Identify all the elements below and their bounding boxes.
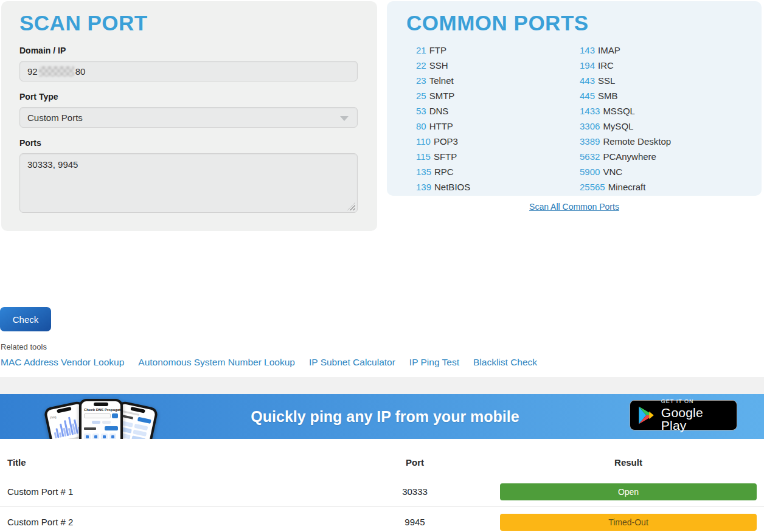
port-name: MySQL: [603, 121, 633, 131]
resize-handle-icon[interactable]: [347, 202, 355, 210]
row-title: Custom Port # 2: [7, 517, 330, 527]
port-name: RPC: [434, 167, 454, 177]
google-play-badge-text: GET IT ON Google Play: [661, 399, 729, 432]
port-name: IMAP: [598, 45, 620, 55]
chevron-down-icon: [340, 116, 349, 121]
header-title: Title: [7, 457, 330, 468]
common-port-item: 445SMB: [580, 88, 671, 103]
related-link-autonomous-system-number-lookup[interactable]: Autonomous System Number Lookup: [138, 357, 295, 368]
common-port-item: 53DNS: [416, 103, 470, 119]
port-number-link[interactable]: 21: [416, 45, 426, 55]
google-play-label: Google Play: [661, 406, 729, 432]
domain-ip-input[interactable]: 92 80: [19, 61, 358, 81]
port-name: FTP: [429, 45, 446, 55]
port-name: SSH: [429, 60, 448, 71]
header-result: Result: [500, 457, 757, 468]
common-port-item: 110POP3: [416, 134, 470, 149]
port-number-link[interactable]: 80: [416, 121, 426, 131]
related-tools-links: MAC Address Vendor Lookup Autonomous Sys…: [1, 357, 537, 368]
common-port-item: 80HTTP: [416, 119, 470, 134]
common-port-item: 25565Minecraft: [580, 179, 671, 195]
row-title: Custom Port # 1: [7, 486, 330, 497]
table-row: Custom Port # 2 9945 Timed-Out: [0, 507, 764, 532]
results-table-header: Title Port Result: [0, 447, 764, 477]
port-name: SSL: [598, 75, 615, 86]
scan-all-common-ports-link[interactable]: Scan All Common Ports: [529, 202, 619, 212]
common-port-item: 3306MySQL: [580, 119, 671, 134]
common-ports-title: COMMON PORTS: [406, 11, 742, 35]
mobile-app-banner: Ping Check DNS Propagation Quickly ping …: [0, 394, 764, 439]
scan-port-panel: SCAN PORT Domain / IP 92 80 Port Type Cu…: [1, 1, 377, 231]
mini-toggle: [82, 420, 120, 425]
port-number-link[interactable]: 22: [416, 60, 426, 71]
port-number-link[interactable]: 445: [580, 91, 595, 101]
port-type-selected-value: Custom Ports: [27, 112, 83, 123]
common-port-item: 22SSH: [416, 58, 470, 73]
related-tools-heading: Related tools: [1, 342, 47, 351]
ports-textarea[interactable]: 30333, 9945: [19, 153, 358, 213]
mini-input-row: [82, 412, 120, 420]
table-row: Custom Port # 1 30333 Open: [0, 477, 764, 507]
port-number-link[interactable]: 3306: [580, 121, 600, 131]
port-number-link[interactable]: 1433: [580, 106, 600, 116]
common-port-item: 143IMAP: [580, 43, 671, 58]
google-play-badge[interactable]: GET IT ON Google Play: [630, 400, 737, 430]
common-port-item: 21FTP: [416, 43, 470, 58]
related-link-ip-subnet-calculator[interactable]: IP Subnet Calculator: [309, 357, 395, 368]
common-port-item: 1433MSSQL: [580, 103, 671, 119]
port-name: DNS: [429, 106, 449, 116]
port-name: SMB: [598, 91, 618, 101]
port-name: IRC: [598, 60, 614, 71]
banner-headline: Quickly ping any IP from your mobile: [251, 408, 519, 426]
port-name: SFTP: [434, 151, 457, 162]
port-name: PCAnywhere: [603, 151, 656, 162]
status-badge: Timed-Out: [500, 514, 757, 531]
results-table: Title Port Result Custom Port # 1 30333 …: [0, 439, 764, 532]
port-number-link[interactable]: 135: [416, 167, 431, 177]
scan-all-wrapper: Scan All Common Ports: [387, 201, 762, 212]
section-divider-strip: [0, 377, 764, 394]
common-ports-panel: COMMON PORTS 21FTP 22SSH 23Telnet 25SMTP…: [387, 1, 762, 196]
check-button[interactable]: Check: [0, 307, 51, 331]
scan-port-title: SCAN PORT: [19, 11, 359, 35]
row-port: 9945: [330, 517, 500, 527]
domain-ip-label: Domain / IP: [19, 46, 359, 55]
mini-row: [82, 425, 120, 432]
port-name: Remote Desktop: [603, 136, 671, 147]
port-number-link[interactable]: 443: [580, 75, 595, 86]
port-number-link[interactable]: 139: [416, 182, 431, 192]
port-type-select[interactable]: Custom Ports: [19, 107, 358, 128]
port-number-link[interactable]: 110: [416, 136, 431, 147]
common-ports-column-left: 21FTP 22SSH 23Telnet 25SMTP 53DNS 80HTTP…: [416, 43, 470, 195]
port-number-link[interactable]: 5632: [580, 151, 600, 162]
port-number-link[interactable]: 115: [416, 151, 431, 162]
phone-mockups: Ping Check DNS Propagation: [51, 398, 151, 439]
port-name: MSSQL: [603, 106, 635, 116]
port-number-link[interactable]: 5900: [580, 167, 600, 177]
common-port-item: 194IRC: [580, 58, 671, 73]
port-name: HTTP: [429, 121, 453, 131]
ports-value: 30333, 9945: [27, 159, 78, 170]
common-port-item: 115SFTP: [416, 149, 470, 164]
related-link-ip-ping-test[interactable]: IP Ping Test: [409, 357, 459, 368]
redacted-ip-segment: [39, 66, 74, 77]
port-number-link[interactable]: 143: [580, 45, 595, 55]
row-result: Open: [500, 483, 757, 500]
port-name: Minecraft: [608, 182, 646, 192]
port-name: VNC: [603, 167, 622, 177]
related-link-blacklist-check[interactable]: Blacklist Check: [473, 357, 537, 368]
port-number-link[interactable]: 25565: [580, 182, 605, 192]
common-port-item: 5900VNC: [580, 164, 671, 179]
header-port: Port: [330, 457, 500, 468]
port-name: POP3: [434, 136, 458, 147]
port-number-link[interactable]: 25: [416, 91, 426, 101]
port-number-link[interactable]: 194: [580, 60, 595, 71]
port-number-link[interactable]: 53: [416, 106, 426, 116]
port-number-link[interactable]: 3389: [580, 136, 600, 147]
related-link-mac-address-vendor-lookup[interactable]: MAC Address Vendor Lookup: [1, 357, 124, 368]
domain-ip-value-suffix: 80: [75, 66, 86, 77]
common-port-item: 3389Remote Desktop: [580, 134, 671, 149]
common-port-item: 443SSL: [580, 73, 671, 88]
port-number-link[interactable]: 23: [416, 75, 426, 86]
port-name: SMTP: [429, 91, 455, 101]
